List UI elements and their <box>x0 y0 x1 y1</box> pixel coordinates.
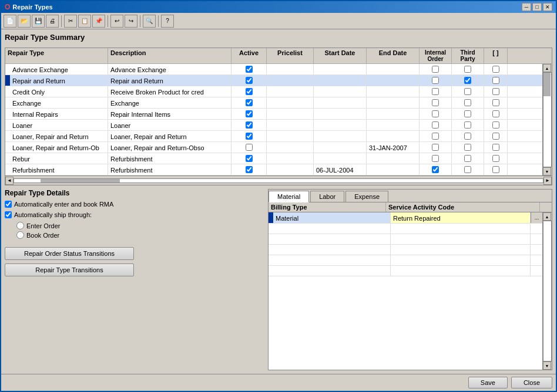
extra-cb-4[interactable] <box>492 110 499 117</box>
table-row[interactable]: Loaner Loaner <box>5 120 542 131</box>
cell-third-7[interactable] <box>452 142 484 153</box>
third-cb-9[interactable] <box>464 166 471 173</box>
enter-order-radio[interactable] <box>16 222 24 229</box>
cell-third-5[interactable] <box>452 120 484 130</box>
active-cb-9[interactable] <box>246 166 253 173</box>
third-cb-3[interactable] <box>464 99 471 106</box>
cell-extra-0[interactable] <box>484 64 508 75</box>
active-cb-6[interactable] <box>246 133 253 140</box>
active-cb-3[interactable] <box>246 99 253 106</box>
third-cb-6[interactable] <box>464 133 471 140</box>
cell-extra-5[interactable] <box>484 120 508 130</box>
cell-internal-7[interactable] <box>420 142 452 153</box>
scroll-track[interactable] <box>543 72 552 167</box>
minimize-button[interactable]: ─ <box>522 3 531 11</box>
cell-active-5[interactable] <box>231 120 267 130</box>
cell-active-0[interactable] <box>231 64 267 75</box>
print-button[interactable]: 🖨 <box>46 15 59 28</box>
tab-row-selected[interactable]: Material Return Repaired ... <box>269 212 542 224</box>
cell-active-8[interactable] <box>231 153 267 164</box>
cut-button[interactable]: ✂ <box>64 15 77 28</box>
tab-scroll-up[interactable]: ▲ <box>543 212 551 221</box>
vertical-scrollbar[interactable]: ▲ ▼ <box>542 64 552 175</box>
cell-internal-5[interactable] <box>420 120 452 130</box>
cell-third-0[interactable] <box>452 64 484 75</box>
table-row[interactable]: Loaner, Repair and Return Loaner, Repair… <box>5 131 542 142</box>
cell-extra-2[interactable] <box>484 86 508 97</box>
open-button[interactable]: 📂 <box>18 15 31 28</box>
cell-extra-1[interactable] <box>484 75 508 86</box>
undo-button[interactable]: ↩ <box>110 15 123 28</box>
h-scroll-track[interactable] <box>14 178 543 183</box>
third-cb-4[interactable] <box>464 110 471 117</box>
tab-material[interactable]: Material <box>269 191 309 202</box>
scroll-left-arrow[interactable]: ◄ <box>5 177 14 185</box>
find-button[interactable]: 🔍 <box>143 15 156 28</box>
cell-internal-2[interactable] <box>420 86 452 97</box>
extra-cb-5[interactable] <box>492 121 499 129</box>
cell-internal-3[interactable] <box>420 97 452 108</box>
internal-cb-1[interactable] <box>432 77 439 84</box>
table-row[interactable]: Advance Exchange Advance Exchange <box>5 64 542 75</box>
cell-third-2[interactable] <box>452 86 484 97</box>
cell-active-7[interactable] <box>231 142 267 153</box>
extra-cb-7[interactable] <box>492 144 499 151</box>
extra-cb-6[interactable] <box>492 133 499 140</box>
cell-third-3[interactable] <box>452 97 484 108</box>
copy-button[interactable]: 📋 <box>78 15 91 28</box>
save-button[interactable]: Save <box>468 377 508 388</box>
internal-cb-8[interactable] <box>432 155 439 162</box>
cell-active-4[interactable] <box>231 109 267 119</box>
internal-cb-4[interactable] <box>432 110 439 117</box>
internal-cb-7[interactable] <box>432 144 439 151</box>
maximize-button[interactable]: □ <box>532 3 542 11</box>
third-cb-1[interactable] <box>464 77 471 84</box>
active-cb-8[interactable] <box>246 155 253 162</box>
third-cb-5[interactable] <box>464 121 471 129</box>
cell-third-9[interactable] <box>452 164 484 175</box>
tab-vertical-scrollbar[interactable]: ▲ ▼ <box>542 212 552 370</box>
extra-cb-2[interactable] <box>492 88 499 95</box>
cell-active-3[interactable] <box>231 97 267 108</box>
cell-third-1[interactable] <box>452 75 484 86</box>
book-order-radio[interactable] <box>16 231 24 239</box>
internal-cb-2[interactable] <box>432 88 439 95</box>
internal-cb-3[interactable] <box>432 99 439 106</box>
scroll-right-arrow[interactable]: ► <box>543 177 552 185</box>
auto-ship-checkbox[interactable] <box>5 211 12 218</box>
cell-extra-4[interactable] <box>484 109 508 119</box>
third-cb-7[interactable] <box>464 144 471 151</box>
save-toolbar-button[interactable]: 💾 <box>32 15 45 28</box>
redo-button[interactable]: ↪ <box>125 15 137 28</box>
tab-scroll-down[interactable]: ▼ <box>543 361 551 370</box>
table-row[interactable]: Loaner, Repair and Return-Ob Loaner, Rep… <box>5 142 542 153</box>
cell-active-2[interactable] <box>231 86 267 97</box>
third-cb-0[interactable] <box>464 66 471 73</box>
internal-cb-9[interactable] <box>432 166 439 173</box>
active-cb-5[interactable] <box>246 121 253 129</box>
cell-third-6[interactable] <box>452 131 484 141</box>
cell-internal-4[interactable] <box>420 109 452 119</box>
new-button[interactable]: 📄 <box>4 15 16 28</box>
extra-cb-1[interactable] <box>492 77 499 84</box>
help-button[interactable]: ? <box>161 15 174 28</box>
extra-cb-0[interactable] <box>492 66 499 73</box>
active-cb-2[interactable] <box>246 88 253 95</box>
third-cb-2[interactable] <box>464 88 471 95</box>
scroll-up-arrow[interactable]: ▲ <box>543 64 551 72</box>
extra-cb-8[interactable] <box>492 155 499 162</box>
tab-labor[interactable]: Labor <box>310 191 344 202</box>
cell-extra-7[interactable] <box>484 142 508 153</box>
cell-extra-3[interactable] <box>484 97 508 108</box>
table-row[interactable]: Refurbishment Refurbishment 06-JUL-2004 <box>5 164 542 175</box>
internal-cb-0[interactable] <box>432 66 439 73</box>
cell-internal-8[interactable] <box>420 153 452 164</box>
table-row[interactable]: Internal Repairs Repair Internal Items <box>5 109 542 120</box>
active-cb-0[interactable] <box>246 66 253 73</box>
internal-cb-5[interactable] <box>432 121 439 129</box>
active-cb-1[interactable] <box>246 77 253 84</box>
tab-scroll-track[interactable] <box>543 221 552 361</box>
table-row[interactable]: Exchange Exchange <box>5 97 542 109</box>
cell-extra-6[interactable] <box>484 131 508 141</box>
cell-internal-6[interactable] <box>420 131 452 141</box>
